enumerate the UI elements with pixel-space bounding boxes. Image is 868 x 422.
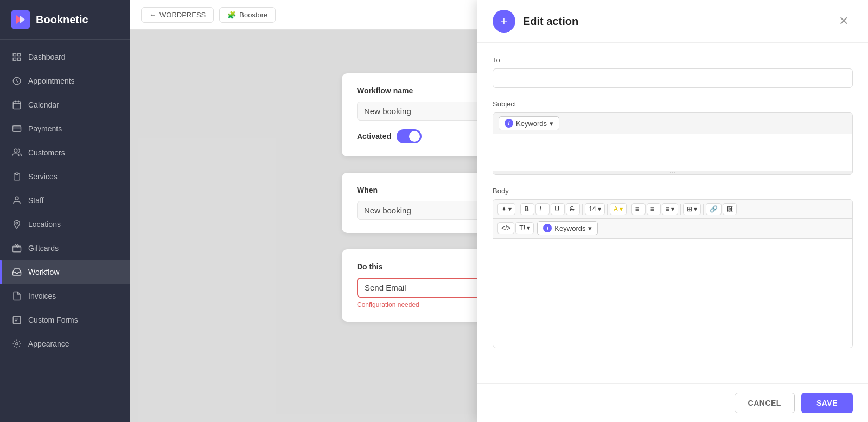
text-format-btn[interactable]: T! ▾ <box>515 222 534 234</box>
svg-rect-6 <box>13 102 21 109</box>
svg-rect-3 <box>13 58 16 61</box>
subject-keywords-label: Keywords <box>516 119 547 128</box>
sidebar-item-customers[interactable]: Customers <box>0 141 130 165</box>
sidebar-item-staff[interactable]: Staff <box>0 188 130 212</box>
body-keywords-chevron: ▾ <box>588 224 592 232</box>
keywords-chevron-icon: ▾ <box>550 119 553 128</box>
sidebar-item-workflow-label: Workflow <box>28 268 59 276</box>
align-btn[interactable]: ≡ ▾ <box>662 203 678 215</box>
subject-field-group: Subject i Keywords ▾ <box>493 100 853 175</box>
back-to-wordpress-button[interactable]: ← WORDPRESS <box>141 7 214 23</box>
sidebar-nav: Dashboard Appointments Calendar Payments… <box>0 40 130 422</box>
sidebar-item-invoices[interactable]: Invoices <box>0 284 130 308</box>
italic-btn[interactable]: I <box>535 203 550 215</box>
sep5 <box>680 204 681 215</box>
editor-toolbar-row2: </> T! ▾ i Keywords ▾ <box>493 219 852 239</box>
sidebar-item-invoices-label: Invoices <box>28 292 56 300</box>
subject-resize-handle[interactable] <box>493 171 852 174</box>
body-keywords-label: Keywords <box>554 224 585 232</box>
appearance-icon <box>12 339 22 349</box>
subject-label: Subject <box>493 100 853 108</box>
svg-rect-4 <box>18 58 21 61</box>
svg-rect-1 <box>13 53 16 56</box>
table-btn[interactable]: ⊞ ▾ <box>683 203 701 215</box>
sidebar-item-calendar[interactable]: Calendar <box>0 93 130 117</box>
sidebar-item-dashboard[interactable]: Dashboard <box>0 45 130 69</box>
underline-btn[interactable]: U <box>551 203 565 215</box>
to-field-group: To <box>493 56 853 88</box>
list-ol-btn[interactable]: ≡ <box>647 203 661 215</box>
link-btn[interactable]: 🔗 <box>706 203 722 215</box>
giftcards-icon <box>12 243 22 253</box>
sidebar-item-appointments[interactable]: Appointments <box>0 69 130 93</box>
body-keywords-button[interactable]: i Keywords ▾ <box>537 221 598 235</box>
edit-action-panel: + Edit action ✕ To Subject i Keywords ▾ <box>477 0 868 422</box>
list-ul-btn[interactable]: ≡ <box>631 203 646 215</box>
boostore-button[interactable]: 🧩 Boostore <box>219 7 276 23</box>
app-name: Booknetic <box>36 14 88 26</box>
activated-toggle[interactable] <box>397 129 422 143</box>
back-arrow-icon: ← <box>149 11 156 19</box>
body-field-group: Body ✦ ▾ B I U S 14 ▾ A ▾ ≡ ≡ ≡ <box>493 187 853 348</box>
sidebar-item-custom-forms[interactable]: Custom Forms <box>0 308 130 332</box>
payments-icon <box>12 124 22 134</box>
svg-point-10 <box>15 197 18 200</box>
sep3 <box>607 204 608 215</box>
sidebar-item-customers-label: Customers <box>28 148 65 157</box>
color-btn[interactable]: A ▾ <box>610 203 627 215</box>
sidebar-item-services[interactable]: Services <box>0 165 130 188</box>
edit-panel-title: Edit action <box>523 15 827 28</box>
edit-panel-body: To Subject i Keywords ▾ Body <box>477 43 868 383</box>
image-btn[interactable]: 🖼 <box>723 203 737 215</box>
logo-icon <box>11 10 30 29</box>
body-editor: ✦ ▾ B I U S 14 ▾ A ▾ ≡ ≡ ≡ ▾ ⊞ ▾ <box>493 199 853 348</box>
edit-panel-icon: + <box>493 10 515 33</box>
sidebar-item-appearance[interactable]: Appearance <box>0 332 130 356</box>
workflow-icon <box>12 267 22 277</box>
sidebar-item-giftcards-label: Giftcards <box>28 244 59 253</box>
svg-rect-2 <box>18 53 21 56</box>
subject-keywords-bar: i Keywords ▾ <box>493 113 852 134</box>
sidebar-item-appointments-label: Appointments <box>28 77 75 85</box>
services-icon <box>12 172 22 181</box>
save-button[interactable]: SAVE <box>801 393 853 413</box>
body-keywords-icon: i <box>543 224 552 232</box>
staff-icon <box>12 196 22 205</box>
cancel-button[interactable]: CANCEL <box>735 393 795 413</box>
svg-rect-13 <box>13 316 21 324</box>
boostore-label: Boostore <box>239 11 267 19</box>
subject-input[interactable] <box>493 134 852 169</box>
edit-panel-header: + Edit action ✕ <box>477 0 868 43</box>
locations-icon <box>12 219 22 229</box>
close-panel-button[interactable]: ✕ <box>834 12 853 30</box>
sidebar-item-payments[interactable]: Payments <box>0 117 130 141</box>
to-input[interactable] <box>493 68 853 88</box>
fontsize-btn[interactable]: 14 ▾ <box>585 203 605 215</box>
editor-toolbar-row1: ✦ ▾ B I U S 14 ▾ A ▾ ≡ ≡ ≡ ▾ ⊞ ▾ <box>493 200 852 219</box>
to-label: To <box>493 56 853 64</box>
body-label: Body <box>493 187 853 195</box>
magic-btn[interactable]: ✦ ▾ <box>497 203 515 215</box>
sep6 <box>703 204 704 215</box>
sidebar: Booknetic Dashboard Appointments Calenda… <box>0 0 130 422</box>
sidebar-item-payments-label: Payments <box>28 124 62 133</box>
invoices-icon <box>12 291 22 301</box>
subject-area: i Keywords ▾ <box>493 112 853 175</box>
calendar-icon <box>12 100 22 110</box>
subject-keywords-button[interactable]: i Keywords ▾ <box>499 116 559 130</box>
code-btn[interactable]: </> <box>497 222 514 234</box>
appointments-icon <box>12 76 22 86</box>
svg-point-11 <box>16 222 18 224</box>
sidebar-item-giftcards[interactable]: Giftcards <box>0 236 130 260</box>
bold-btn[interactable]: B <box>520 203 534 215</box>
keywords-icon: i <box>505 119 513 128</box>
sidebar-item-locations[interactable]: Locations <box>0 212 130 236</box>
strikethrough-btn[interactable]: S <box>566 203 580 215</box>
logo: Booknetic <box>0 0 130 40</box>
sep1 <box>518 204 518 215</box>
sidebar-item-dashboard-label: Dashboard <box>28 53 66 61</box>
sep2 <box>582 204 583 215</box>
sidebar-item-workflow[interactable]: Workflow <box>0 260 130 284</box>
body-editor-content[interactable] <box>493 239 852 348</box>
customers-icon <box>12 148 22 158</box>
